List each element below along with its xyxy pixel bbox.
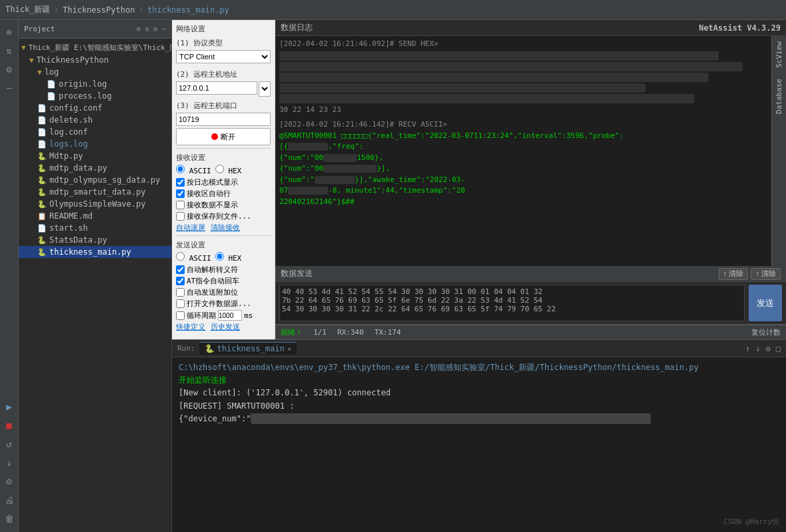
icon-down[interactable]: ↓ xyxy=(755,344,760,353)
disconnect-label: 断开 xyxy=(221,132,235,142)
recv-links: 自动滚屏 清除接收 xyxy=(176,223,271,233)
at-return-checkbox[interactable] xyxy=(176,277,185,285)
remote-host-input[interactable] xyxy=(176,81,257,95)
loop-checkbox[interactable] xyxy=(176,311,185,320)
log-recv-line7: 220402162146"}$## xyxy=(279,197,767,208)
send-hex-radio[interactable]: HEX xyxy=(215,252,242,263)
terminal-area: Run: 🐍 thickness_main × ↑ ↓ ⚙ □ C:\hzhso… xyxy=(172,340,786,532)
right-area: 网络设置 (1) 协议类型 TCP Client (2) 远程主机地址 (3) … xyxy=(172,20,786,532)
tree-item-logconf[interactable]: 📄 log.conf xyxy=(19,126,171,138)
tree-label-origin: origin.log xyxy=(59,79,107,89)
open-file-row[interactable]: 打开文件数据源... xyxy=(176,299,271,309)
recv-auto-row[interactable]: 接收区自动行 xyxy=(176,189,271,199)
remote-port-input[interactable] xyxy=(176,113,271,126)
auto-unescape-checkbox[interactable] xyxy=(176,265,185,274)
icon-print[interactable]: 🖨 xyxy=(3,493,16,507)
tree-item-log[interactable]: ▼ log xyxy=(19,66,171,78)
database-label[interactable]: Database xyxy=(773,73,785,119)
breadcrumb-thick[interactable]: Thick_新疆 xyxy=(5,4,50,15)
icon-add-module[interactable]: ⊕ xyxy=(137,25,141,33)
icon-up[interactable]: ↑ xyxy=(745,344,750,353)
icon-collapse[interactable]: ⇅ xyxy=(145,25,149,33)
tree-item-config[interactable]: 📄 config.conf xyxy=(19,102,171,114)
clear-recv-link[interactable]: 清除接收 xyxy=(211,223,240,233)
term-line3: [REQUEST] SMARTUT00001 : xyxy=(179,400,779,413)
breadcrumb-file[interactable]: thickness_main.py xyxy=(147,5,229,15)
tab-close[interactable]: × xyxy=(287,345,292,353)
tree-item-thick[interactable]: ▼ Thick_新疆 E:\智能感知实验室\Thick_新疆 xyxy=(19,41,171,54)
icon-project-hide[interactable]: − xyxy=(161,25,166,33)
icon-trash[interactable]: 🗑 xyxy=(3,512,16,525)
status-count[interactable]: 复位计数 xyxy=(751,327,781,337)
tree-item-olympusg[interactable]: 🐍 mdtp_olympus_sg_data.py xyxy=(19,174,171,186)
breadcrumb-python[interactable]: ThicknessPython xyxy=(63,5,135,15)
icon-settings2[interactable]: ⚙ xyxy=(3,475,16,488)
auto-checksum-checkbox[interactable] xyxy=(176,288,185,297)
disconnect-button[interactable]: 断开 xyxy=(176,128,271,145)
auto-scroll-link[interactable]: 自动滚屏 xyxy=(176,223,205,233)
loop-interval-input[interactable] xyxy=(218,310,242,321)
tree-item-logslog[interactable]: 📄 logs.log xyxy=(19,138,171,150)
tree-item-thicknessmain[interactable]: 🐍 thickness_main.py xyxy=(19,246,171,258)
log-content-row: [2022-04-02 16:21:46.092]# SEND HEX> 30 … xyxy=(275,36,786,266)
recv-savefile-checkbox[interactable] xyxy=(176,212,185,221)
history-send-link[interactable]: 历史发送 xyxy=(211,322,240,332)
tree-item-olympus[interactable]: 🐍 OlympusSimpleWave.py xyxy=(19,198,171,210)
recv-auto-checkbox[interactable] xyxy=(176,189,185,198)
icon-rerun[interactable]: ↺ xyxy=(3,437,16,451)
data-send-area: 数据发送 ↑ 清除 ↑ 清除 40 40 53 4d 41 52 54 55 5… xyxy=(275,266,786,325)
icon-step[interactable]: ↓ xyxy=(3,456,16,469)
recv-log-checkbox[interactable] xyxy=(176,178,185,187)
recv-ascii-radio[interactable]: ASCII xyxy=(176,165,211,175)
send-title: 发送设置 xyxy=(176,240,271,250)
auto-unescape-row[interactable]: 自动解析转义符 xyxy=(176,265,271,275)
recv-noshow-checkbox[interactable] xyxy=(176,201,185,209)
tree-item-mdtpdata[interactable]: 🐍 mdtp_data.py xyxy=(19,162,171,174)
tree-item-origin[interactable]: 📄 origin.log xyxy=(19,78,171,90)
term-line1: 开始监听连接 xyxy=(179,374,779,387)
icon-settings-term[interactable]: ⚙ xyxy=(766,344,771,353)
terminal-header: Run: 🐍 thickness_main × ↑ ↓ ⚙ □ xyxy=(172,340,786,357)
send-textarea[interactable]: 40 40 53 4d 41 52 54 55 54 30 30 30 30 3… xyxy=(279,285,745,321)
icon-stop[interactable]: ■ xyxy=(3,419,16,432)
icon-expand-term[interactable]: □ xyxy=(776,344,781,353)
icon-sort[interactable]: ⇅ xyxy=(3,44,16,57)
icon-settings[interactable]: ⚙ xyxy=(3,63,16,76)
quick-set-link[interactable]: 快捷定义 xyxy=(176,322,205,332)
protocol-label: (1) 协议类型 xyxy=(176,38,271,48)
recv-hex-radio[interactable]: HEX xyxy=(215,165,242,175)
term-redacted-block xyxy=(251,413,651,424)
scview-label[interactable]: ScView xyxy=(773,36,785,73)
folder-icon-log: ▼ xyxy=(37,68,42,77)
icon-project-settings[interactable]: ⚙ xyxy=(153,25,158,33)
protocol-select[interactable]: TCP Client xyxy=(176,50,271,63)
recv-noshow-row[interactable]: 接收数据不显示 xyxy=(176,200,271,210)
tree-item-mdtp[interactable]: 🐍 Mdtp.py xyxy=(19,150,171,162)
tree-item-thickpython[interactable]: ▼ ThicknessPython xyxy=(19,54,171,66)
recv-log-mode-row[interactable]: 按日志模式显示 xyxy=(176,177,271,187)
remote-host-dropdown[interactable] xyxy=(259,81,271,97)
tree-item-statsdata[interactable]: 🐍 StatsData.py xyxy=(19,234,171,246)
recv-savefile-row[interactable]: 接收保存到文件... xyxy=(176,211,271,221)
send-ascii-radio[interactable]: ASCII xyxy=(176,252,211,263)
send-content-row: 40 40 53 4d 41 52 54 55 54 30 30 30 30 3… xyxy=(275,282,786,324)
icon-run[interactable]: ▶ xyxy=(3,400,16,413)
netassist-brand: NetAssist V4.3.29 xyxy=(699,23,781,33)
log-entry2-content: @SMARTUT00001 □□□□□□{"real_time":"2022-0… xyxy=(279,131,767,208)
at-auto-return-row[interactable]: AT指令自动回车 xyxy=(176,276,271,286)
file-icon-delete: 📄 xyxy=(37,116,47,125)
send-button[interactable]: 发送 xyxy=(749,285,782,321)
tree-item-smartut[interactable]: 🐍 mdtp_smartut_data.py xyxy=(19,186,171,198)
loop-send-row[interactable]: 循环周期 ms xyxy=(176,310,271,321)
icon-minimize[interactable]: − xyxy=(3,81,16,95)
clear-btn-1[interactable]: ↑ 清除 xyxy=(719,268,749,280)
run-tab[interactable]: 🐍 thickness_main × xyxy=(199,342,297,355)
icon-target[interactable]: ⊕ xyxy=(3,25,16,39)
tree-item-startsh[interactable]: 📄 start.sh xyxy=(19,222,171,234)
tree-item-delete[interactable]: 📄 delete.sh xyxy=(19,114,171,126)
tree-item-readme[interactable]: 📋 README.md xyxy=(19,210,171,222)
open-file-checkbox[interactable] xyxy=(176,299,185,308)
auto-send-checksum-row[interactable]: 自动发送附加位 xyxy=(176,287,271,297)
clear-btn-2[interactable]: ↑ 清除 xyxy=(751,268,781,280)
tree-item-process[interactable]: 📄 process.log xyxy=(19,90,171,102)
